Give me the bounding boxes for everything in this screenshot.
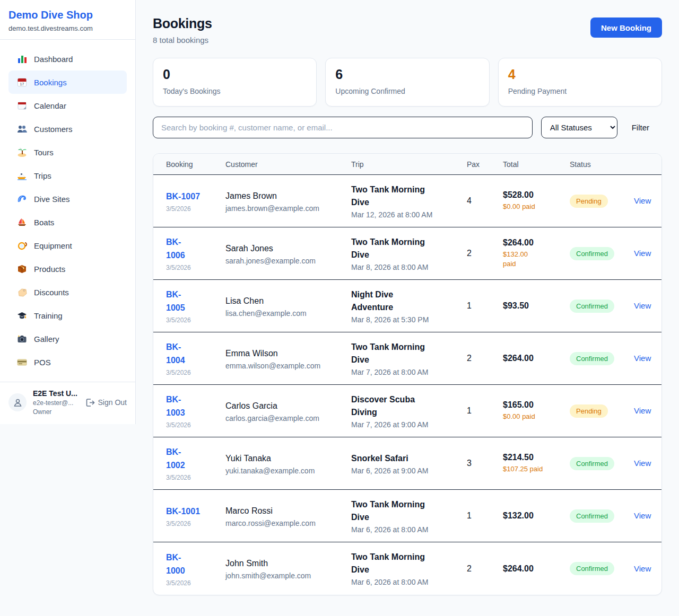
view-link[interactable]: View xyxy=(634,564,651,573)
booking-id-link[interactable]: BK-1000 xyxy=(166,551,191,577)
sidebar-item-pos[interactable]: POS xyxy=(8,350,127,374)
sidebar-item-gallery[interactable]: Gallery xyxy=(8,327,127,350)
trip-cell: Discover Scuba Diving Mar 7, 2026 at 9:0… xyxy=(351,393,467,429)
credit-card-icon xyxy=(17,357,27,367)
table-row: BK-1007 3/5/2026 James Brown james.brown… xyxy=(153,175,661,227)
total-amount: $165.00 xyxy=(503,400,570,410)
column-header-status: Status xyxy=(570,160,634,169)
view-cell: View xyxy=(634,354,651,363)
customer-name: Yuki Tanaka xyxy=(225,452,351,465)
total-cell: $264.00 xyxy=(503,564,570,574)
sidebar-item-calendar[interactable]: Calendar xyxy=(8,94,127,117)
sidebar-item-label: Training xyxy=(34,311,63,320)
booking-date: 3/5/2026 xyxy=(166,316,225,324)
view-link[interactable]: View xyxy=(634,511,651,520)
sidebar-item-training[interactable]: Training xyxy=(8,304,127,327)
column-header-booking: Booking xyxy=(166,160,225,169)
booking-id-link[interactable]: BK-1004 xyxy=(166,340,191,367)
customer-name: John Smith xyxy=(225,557,351,570)
total-cell: $214.50 $107.25 paid xyxy=(503,453,570,474)
sidebar-nav: Dashboard 17 Bookings Calendar Customers… xyxy=(0,40,135,382)
table-row: BK-1006 3/5/2026 Sarah Jones sarah.jones… xyxy=(153,227,661,280)
camera-icon xyxy=(17,334,27,344)
sidebar-item-dashboard[interactable]: Dashboard xyxy=(8,47,127,71)
booking-id-link[interactable]: BK-1005 xyxy=(166,288,191,314)
stat-value: 6 xyxy=(335,67,479,82)
table-row: BK-1002 3/5/2026 Yuki Tanaka yuki.tanaka… xyxy=(153,437,661,490)
speedboat-icon xyxy=(17,171,27,181)
sidebar-item-label: Dive Sites xyxy=(34,195,70,204)
sidebar-item-discounts[interactable]: Discounts xyxy=(8,280,127,304)
search-input[interactable] xyxy=(153,117,533,138)
shop-domain: demo.test.divestreams.com xyxy=(8,24,127,32)
calendar-date-icon: 17 xyxy=(17,77,27,87)
view-link[interactable]: View xyxy=(634,196,651,205)
sidebar-item-products[interactable]: Products xyxy=(8,257,127,280)
view-link[interactable]: View xyxy=(634,249,651,258)
pax-count: 4 xyxy=(467,196,503,206)
filter-row: All Statuses Filter xyxy=(153,117,662,138)
new-booking-button[interactable]: New Booking xyxy=(590,17,662,38)
customer-cell: Yuki Tanaka yuki.tanaka@example.com xyxy=(225,452,351,475)
sidebar-item-bookings[interactable]: 17 Bookings xyxy=(8,71,127,94)
main-content: Bookings 8 total bookings New Booking 0 … xyxy=(136,0,679,595)
column-header-trip: Trip xyxy=(351,160,467,169)
trip-time: Mar 8, 2026 at 8:00 AM xyxy=(351,263,467,271)
trip-cell: Two Tank Morning Dive Mar 7, 2026 at 8:0… xyxy=(351,341,467,376)
total-amount: $264.00 xyxy=(503,354,570,363)
view-cell: View xyxy=(634,511,651,521)
sidebar-item-trips[interactable]: Trips xyxy=(8,164,127,187)
sidebar-item-customers[interactable]: Customers xyxy=(8,117,127,140)
trip-name: Discover Scuba Diving xyxy=(351,393,431,419)
booking-id-link[interactable]: BK-1002 xyxy=(166,445,191,472)
total-cell: $264.00 $132.00 paid xyxy=(503,238,570,269)
status-badge: Pending xyxy=(570,195,608,208)
sign-out-icon xyxy=(85,398,95,408)
stats-row: 0 Today's Bookings 6 Upcoming Confirmed … xyxy=(153,58,662,107)
view-cell: View xyxy=(634,564,651,574)
view-link[interactable]: View xyxy=(634,354,651,363)
person-icon xyxy=(13,398,23,408)
tear-calendar-icon xyxy=(17,101,27,111)
customer-email: yuki.tanaka@example.com xyxy=(225,467,351,475)
trip-time: Mar 7, 2026 at 8:00 AM xyxy=(351,368,467,376)
trip-cell: Snorkel Safari Mar 6, 2026 at 9:00 AM xyxy=(351,452,467,475)
booking-id-link[interactable]: BK-1006 xyxy=(166,235,191,262)
table-header-row: BookingCustomerTripPaxTotalStatus xyxy=(153,154,661,175)
customer-cell: Sarah Jones sarah.jones@example.com xyxy=(225,242,351,265)
sidebar-item-boats[interactable]: Boats xyxy=(8,210,127,234)
trip-cell: Two Tank Morning Dive Mar 8, 2026 at 8:0… xyxy=(351,236,467,271)
booking-id-link[interactable]: BK-1001 xyxy=(166,505,200,518)
sidebar-item-label: Discounts xyxy=(34,288,69,297)
filter-button[interactable]: Filter xyxy=(617,123,662,132)
booking-cell: BK-1002 3/5/2026 xyxy=(166,445,225,481)
dive-mask-icon xyxy=(17,241,27,251)
view-link[interactable]: View xyxy=(634,301,651,310)
booking-id-link[interactable]: BK-1007 xyxy=(166,190,200,203)
pax-count: 1 xyxy=(467,406,503,416)
sidebar-item-label: Products xyxy=(34,265,65,274)
customer-email: carlos.garcia@example.com xyxy=(225,414,351,423)
view-link[interactable]: View xyxy=(634,406,651,415)
status-filter-select[interactable]: All Statuses xyxy=(541,117,617,138)
customer-name: Carlos Garcia xyxy=(225,400,351,412)
sidebar-item-equipment[interactable]: Equipment xyxy=(8,234,127,257)
booking-cell: BK-1004 3/5/2026 xyxy=(166,340,225,376)
total-amount: $264.00 xyxy=(503,238,570,248)
table-row: BK-1005 3/5/2026 Lisa Chen lisa.chen@exa… xyxy=(153,280,661,332)
total-amount: $93.50 xyxy=(503,301,570,311)
view-link[interactable]: View xyxy=(634,459,651,468)
sign-out-button[interactable]: Sign Out xyxy=(85,398,127,408)
page-title: Bookings xyxy=(153,16,212,31)
table-row: BK-1003 3/5/2026 Carlos Garcia carlos.ga… xyxy=(153,385,661,437)
grad-cap-icon xyxy=(17,311,27,321)
booking-id-link[interactable]: BK-1003 xyxy=(166,393,191,419)
sidebar-item-dive-sites[interactable]: Dive Sites xyxy=(8,187,127,210)
customer-name: Emma Wilson xyxy=(225,347,351,360)
sidebar-item-label: POS xyxy=(34,358,51,367)
sign-out-label: Sign Out xyxy=(98,398,127,407)
booking-cell: BK-1003 3/5/2026 xyxy=(166,393,225,429)
sidebar-item-tours[interactable]: Tours xyxy=(8,140,127,164)
status-badge: Confirmed xyxy=(570,247,614,260)
table-row: BK-1000 3/5/2026 John Smith john.smith@e… xyxy=(153,542,661,595)
